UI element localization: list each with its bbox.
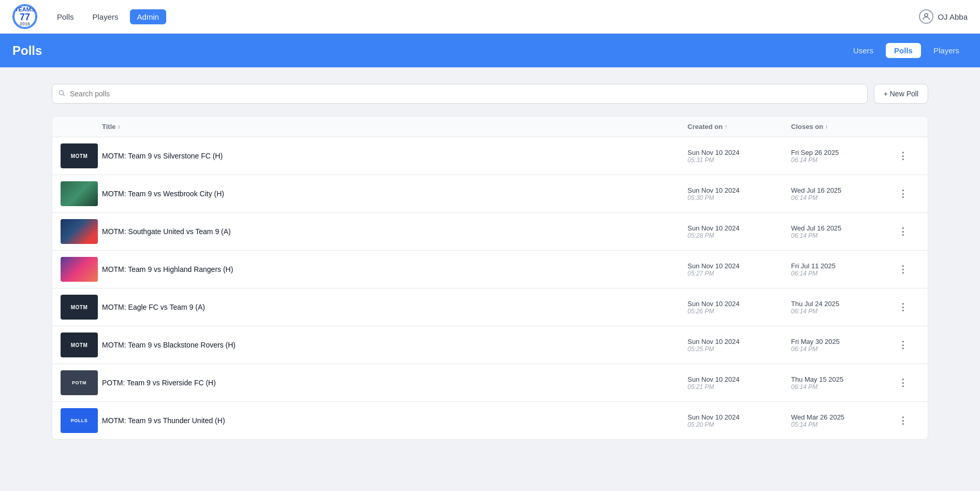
logo-text: TEAMS77 2016 — [13, 5, 36, 28]
poll-thumb-7: POTM — [61, 370, 98, 395]
th-created-on[interactable]: Created on ↑ — [688, 123, 791, 131]
th-actions — [895, 123, 919, 131]
user-name: OJ Abba — [938, 12, 968, 21]
closes-date-4: Fri Jul 11 2025 06:14 PM — [791, 262, 895, 277]
poll-thumb-4 — [61, 257, 98, 282]
poll-thumb-5: MOTM — [61, 295, 98, 320]
poll-thumb-3 — [61, 219, 98, 244]
created-date-6: Sun Nov 10 2024 05:25 PM — [688, 338, 791, 353]
poll-thumb-2 — [61, 181, 98, 206]
th-title[interactable]: Title ↕ — [102, 123, 688, 131]
created-date-1: Sun Nov 10 2024 05:31 PM — [688, 149, 791, 164]
more-menu-2[interactable]: ⋮ — [895, 185, 911, 202]
created-date-5: Sun Nov 10 2024 05:26 PM — [688, 300, 791, 315]
closes-date-1: Fri Sep 26 2025 06:14 PM — [791, 149, 895, 164]
tab-users[interactable]: Users — [845, 43, 882, 58]
closes-date-5: Thu Jul 24 2025 06:14 PM — [791, 300, 895, 315]
app-logo[interactable]: TEAMS77 2016 — [12, 4, 37, 29]
table-row: MOTM MOTM: Team 9 vs Silverstone FC (H) … — [52, 137, 928, 175]
table-row: POLLS MOTM: Team 9 vs Thunder United (H)… — [52, 402, 928, 439]
table-row: MOTM MOTM: Eagle FC vs Team 9 (A) Sun No… — [52, 288, 928, 326]
poll-title-2: MOTM: Team 9 vs Westbrook City (H) — [102, 190, 688, 198]
created-date-4: Sun Nov 10 2024 05:27 PM — [688, 262, 791, 277]
nav-players[interactable]: Players — [85, 9, 126, 24]
search-wrap — [52, 84, 868, 104]
more-menu-1[interactable]: ⋮ — [895, 148, 911, 164]
poll-title-8: MOTM: Team 9 vs Thunder United (H) — [102, 416, 688, 425]
more-menu-5[interactable]: ⋮ — [895, 299, 911, 315]
more-menu-6[interactable]: ⋮ — [895, 337, 911, 353]
closes-date-3: Wed Jul 16 2025 06:14 PM — [791, 224, 895, 239]
poll-title-5: MOTM: Eagle FC vs Team 9 (A) — [102, 303, 688, 311]
created-date-3: Sun Nov 10 2024 05:28 PM — [688, 224, 791, 239]
tab-players[interactable]: Players — [925, 43, 968, 58]
main-content: + New Poll Title ↕ Created on ↑ Closes o… — [0, 67, 980, 456]
poll-title-4: MOTM: Team 9 vs Highland Rangers (H) — [102, 265, 688, 273]
table-header: Title ↕ Created on ↑ Closes on ↕ — [52, 117, 928, 137]
svg-line-2 — [63, 94, 65, 96]
created-sort-icon: ↑ — [725, 124, 727, 129]
poll-title-6: MOTM: Team 9 vs Blackstone Rovers (H) — [102, 341, 688, 349]
search-input[interactable] — [52, 84, 868, 104]
user-menu[interactable]: OJ Abba — [919, 9, 968, 24]
created-date-7: Sun Nov 10 2024 05:21 PM — [688, 376, 791, 391]
poll-title-1: MOTM: Team 9 vs Silverstone FC (H) — [102, 152, 688, 160]
closes-date-2: Wed Jul 16 2025 06:14 PM — [791, 186, 895, 201]
created-date-8: Sun Nov 10 2024 05:20 PM — [688, 413, 791, 428]
search-row: + New Poll — [52, 84, 928, 104]
svg-point-0 — [925, 13, 928, 17]
polls-table: Title ↕ Created on ↑ Closes on ↕ MOTM MO… — [52, 116, 928, 440]
table-row: MOTM: Team 9 vs Highland Rangers (H) Sun… — [52, 251, 928, 288]
closes-date-8: Wed Mar 26 2025 05:14 PM — [791, 413, 895, 428]
navbar: TEAMS77 2016 Polls Players Admin OJ Abba — [0, 0, 980, 34]
search-icon — [58, 90, 65, 98]
table-row: MOTM: Team 9 vs Westbrook City (H) Sun N… — [52, 175, 928, 213]
table-row: MOTM MOTM: Team 9 vs Blackstone Rovers (… — [52, 326, 928, 364]
nav-polls[interactable]: Polls — [50, 9, 81, 24]
tab-polls[interactable]: Polls — [886, 43, 921, 58]
title-sort-icon: ↕ — [118, 124, 121, 129]
poll-title-7: POTM: Team 9 vs Riverside FC (H) — [102, 379, 688, 387]
closes-date-6: Fri May 30 2025 06:14 PM — [791, 338, 895, 353]
poll-thumb-1: MOTM — [61, 143, 98, 168]
nav-links: Polls Players Admin — [50, 9, 166, 24]
poll-thumb-8: POLLS — [61, 408, 98, 433]
closes-date-7: Thu May 15 2025 06:14 PM — [791, 376, 895, 391]
user-avatar-icon — [919, 9, 933, 24]
more-menu-4[interactable]: ⋮ — [895, 261, 911, 278]
closes-sort-icon: ↕ — [825, 124, 828, 129]
poll-title-3: MOTM: Southgate United vs Team 9 (A) — [102, 227, 688, 236]
page-title: Polls — [12, 44, 42, 58]
poll-thumb-6: MOTM — [61, 333, 98, 357]
th-closes-on[interactable]: Closes on ↕ — [791, 123, 895, 131]
table-row: POTM POTM: Team 9 vs Riverside FC (H) Su… — [52, 364, 928, 402]
th-thumb — [61, 123, 102, 131]
page-header: Polls Users Polls Players — [0, 34, 980, 67]
created-date-2: Sun Nov 10 2024 05:30 PM — [688, 186, 791, 201]
svg-point-1 — [59, 91, 63, 95]
more-menu-7[interactable]: ⋮ — [895, 374, 911, 391]
nav-admin[interactable]: Admin — [130, 9, 167, 24]
admin-tabs: Users Polls Players — [845, 43, 968, 58]
table-row: MOTM: Southgate United vs Team 9 (A) Sun… — [52, 213, 928, 251]
more-menu-3[interactable]: ⋮ — [895, 223, 911, 240]
new-poll-button[interactable]: + New Poll — [874, 84, 928, 104]
more-menu-8[interactable]: ⋮ — [895, 412, 911, 429]
